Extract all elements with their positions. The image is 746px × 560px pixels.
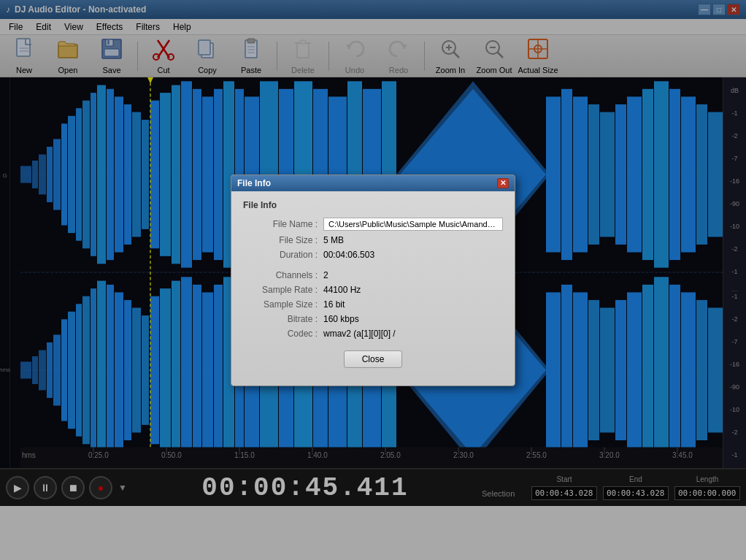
bitrate-label: Bitrate :: [243, 314, 323, 324]
filesize-label: File Size :: [243, 235, 323, 245]
samplerate-label: Sample Rate :: [243, 285, 323, 295]
dialog-close-icon-btn[interactable]: ✕: [497, 178, 509, 188]
filename-value: C:\Users\Public\Music\Sample Music\Amand…: [323, 218, 503, 231]
dialog-body: File Info File Name : C:\Users\Public\Mu…: [231, 191, 515, 386]
info-row-filesize: File Size : 5 MB: [243, 235, 503, 245]
file-info-dialog: File Info ✕ File Info File Name : C:\Use…: [231, 174, 515, 386]
dialog-title: File Info: [237, 178, 271, 188]
info-row-bitrate: Bitrate : 160 kbps: [243, 314, 503, 324]
dialog-section-title: File Info: [243, 200, 503, 210]
dialog-footer: Close: [243, 343, 503, 377]
duration-label: Duration :: [243, 250, 323, 260]
codec-label: Codec :: [243, 329, 323, 339]
channels-label: Channels :: [243, 270, 323, 280]
bitrate-value: 160 kbps: [323, 314, 359, 324]
duration-value: 00:04:06.503: [323, 250, 374, 260]
filesize-value: 5 MB: [323, 235, 344, 245]
dialog-close-button[interactable]: Close: [344, 350, 403, 368]
dialog-title-bar: File Info ✕: [231, 175, 515, 191]
filename-label: File Name :: [243, 219, 323, 229]
info-row-channels: Channels : 2: [243, 270, 503, 280]
info-row-samplerate: Sample Rate : 44100 Hz: [243, 285, 503, 295]
channels-value: 2: [323, 270, 328, 280]
samplesize-value: 16 bit: [323, 299, 345, 310]
codec-value: wmav2 (a[1][0][0] /: [323, 329, 396, 339]
samplerate-value: 44100 Hz: [323, 285, 361, 295]
modal-overlay: File Info ✕ File Info File Name : C:\Use…: [0, 0, 746, 560]
info-row-samplesize: Sample Size : 16 bit: [243, 299, 503, 310]
dialog-separator: [243, 264, 503, 270]
info-row-duration: Duration : 00:04:06.503: [243, 250, 503, 260]
info-row-codec: Codec : wmav2 (a[1][0][0] /: [243, 329, 503, 339]
info-row-filename: File Name : C:\Users\Public\Music\Sample…: [243, 218, 503, 231]
samplesize-label: Sample Size :: [243, 299, 323, 310]
